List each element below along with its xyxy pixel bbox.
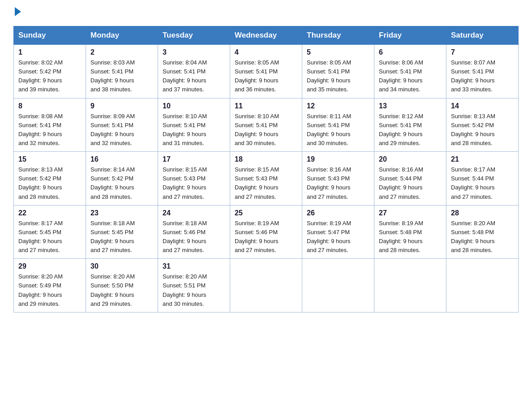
logo-arrow-icon <box>15 7 21 16</box>
calendar-cell: 5 Sunrise: 8:05 AMSunset: 5:41 PMDayligh… <box>302 45 374 98</box>
calendar-cell: 25 Sunrise: 8:19 AMSunset: 5:46 PMDaylig… <box>230 205 302 259</box>
logo <box>13 9 21 17</box>
day-number: 19 <box>307 155 369 163</box>
day-info: Sunrise: 8:19 AMSunset: 5:48 PMDaylight:… <box>379 219 442 255</box>
page-header <box>13 9 519 17</box>
calendar-week-row: 8 Sunrise: 8:08 AMSunset: 5:41 PMDayligh… <box>14 98 519 152</box>
calendar-cell: 28 Sunrise: 8:20 AMSunset: 5:48 PMDaylig… <box>446 205 519 259</box>
calendar-cell: 24 Sunrise: 8:18 AMSunset: 5:46 PMDaylig… <box>158 205 230 259</box>
day-info: Sunrise: 8:09 AMSunset: 5:41 PMDaylight:… <box>90 112 153 148</box>
day-info: Sunrise: 8:17 AMSunset: 5:45 PMDaylight:… <box>18 219 81 255</box>
calendar-cell: 6 Sunrise: 8:06 AMSunset: 5:41 PMDayligh… <box>374 45 446 98</box>
day-info: Sunrise: 8:19 AMSunset: 5:47 PMDaylight:… <box>307 219 369 255</box>
weekday-header-friday: Friday <box>374 26 446 45</box>
day-number: 21 <box>451 155 514 163</box>
day-info: Sunrise: 8:19 AMSunset: 5:46 PMDaylight:… <box>235 219 297 255</box>
day-number: 6 <box>379 48 442 56</box>
day-number: 16 <box>90 155 153 163</box>
day-info: Sunrise: 8:16 AMSunset: 5:44 PMDaylight:… <box>379 165 442 201</box>
calendar-cell: 3 Sunrise: 8:04 AMSunset: 5:41 PMDayligh… <box>158 45 230 98</box>
calendar-cell <box>302 259 374 313</box>
day-info: Sunrise: 8:07 AMSunset: 5:41 PMDaylight:… <box>451 58 514 94</box>
day-info: Sunrise: 8:03 AMSunset: 5:41 PMDaylight:… <box>90 58 153 94</box>
day-number: 31 <box>163 262 225 270</box>
weekday-header-saturday: Saturday <box>446 26 519 45</box>
day-number: 11 <box>235 102 297 110</box>
day-info: Sunrise: 8:13 AMSunset: 5:42 PMDaylight:… <box>18 165 81 201</box>
day-info: Sunrise: 8:20 AMSunset: 5:50 PMDaylight:… <box>90 272 153 308</box>
calendar-cell: 21 Sunrise: 8:17 AMSunset: 5:44 PMDaylig… <box>446 152 519 206</box>
calendar-cell: 19 Sunrise: 8:16 AMSunset: 5:43 PMDaylig… <box>302 152 374 206</box>
weekday-header-monday: Monday <box>86 26 158 45</box>
day-number: 3 <box>163 48 225 56</box>
calendar-week-row: 29 Sunrise: 8:20 AMSunset: 5:49 PMDaylig… <box>14 259 519 313</box>
calendar-cell <box>374 259 446 313</box>
calendar-cell: 27 Sunrise: 8:19 AMSunset: 5:48 PMDaylig… <box>374 205 446 259</box>
day-info: Sunrise: 8:16 AMSunset: 5:43 PMDaylight:… <box>307 165 369 201</box>
day-number: 13 <box>379 102 442 110</box>
calendar-cell: 12 Sunrise: 8:11 AMSunset: 5:41 PMDaylig… <box>302 98 374 152</box>
day-number: 24 <box>163 209 225 217</box>
calendar-cell: 29 Sunrise: 8:20 AMSunset: 5:49 PMDaylig… <box>14 259 86 313</box>
calendar-cell: 13 Sunrise: 8:12 AMSunset: 5:41 PMDaylig… <box>374 98 446 152</box>
calendar-cell: 16 Sunrise: 8:14 AMSunset: 5:42 PMDaylig… <box>86 152 158 206</box>
day-number: 17 <box>163 155 225 163</box>
calendar-cell: 11 Sunrise: 8:10 AMSunset: 5:41 PMDaylig… <box>230 98 302 152</box>
day-number: 9 <box>90 102 153 110</box>
day-info: Sunrise: 8:14 AMSunset: 5:42 PMDaylight:… <box>90 165 153 201</box>
day-number: 8 <box>18 102 81 110</box>
day-number: 25 <box>235 209 297 217</box>
weekday-header-row: SundayMondayTuesdayWednesdayThursdayFrid… <box>14 26 519 45</box>
day-info: Sunrise: 8:05 AMSunset: 5:41 PMDaylight:… <box>235 58 297 94</box>
day-info: Sunrise: 8:08 AMSunset: 5:41 PMDaylight:… <box>18 112 81 148</box>
day-info: Sunrise: 8:12 AMSunset: 5:41 PMDaylight:… <box>379 112 442 148</box>
calendar-cell: 9 Sunrise: 8:09 AMSunset: 5:41 PMDayligh… <box>86 98 158 152</box>
day-number: 2 <box>90 48 153 56</box>
day-number: 10 <box>163 102 225 110</box>
day-number: 7 <box>451 48 514 56</box>
day-info: Sunrise: 8:06 AMSunset: 5:41 PMDaylight:… <box>379 58 442 94</box>
calendar-cell: 1 Sunrise: 8:02 AMSunset: 5:42 PMDayligh… <box>14 45 86 98</box>
calendar-cell: 4 Sunrise: 8:05 AMSunset: 5:41 PMDayligh… <box>230 45 302 98</box>
calendar-cell: 23 Sunrise: 8:18 AMSunset: 5:45 PMDaylig… <box>86 205 158 259</box>
day-info: Sunrise: 8:15 AMSunset: 5:43 PMDaylight:… <box>235 165 297 201</box>
day-number: 5 <box>307 48 369 56</box>
day-info: Sunrise: 8:10 AMSunset: 5:41 PMDaylight:… <box>235 112 297 148</box>
day-number: 22 <box>18 209 81 217</box>
day-number: 28 <box>451 209 514 217</box>
day-info: Sunrise: 8:13 AMSunset: 5:42 PMDaylight:… <box>451 112 514 148</box>
calendar-cell: 10 Sunrise: 8:10 AMSunset: 5:41 PMDaylig… <box>158 98 230 152</box>
calendar-cell: 30 Sunrise: 8:20 AMSunset: 5:50 PMDaylig… <box>86 259 158 313</box>
day-info: Sunrise: 8:10 AMSunset: 5:41 PMDaylight:… <box>163 112 225 148</box>
calendar-cell: 18 Sunrise: 8:15 AMSunset: 5:43 PMDaylig… <box>230 152 302 206</box>
day-info: Sunrise: 8:11 AMSunset: 5:41 PMDaylight:… <box>307 112 369 148</box>
calendar-cell: 31 Sunrise: 8:20 AMSunset: 5:51 PMDaylig… <box>158 259 230 313</box>
day-info: Sunrise: 8:20 AMSunset: 5:51 PMDaylight:… <box>163 272 225 308</box>
calendar-cell: 15 Sunrise: 8:13 AMSunset: 5:42 PMDaylig… <box>14 152 86 206</box>
calendar-cell: 14 Sunrise: 8:13 AMSunset: 5:42 PMDaylig… <box>446 98 519 152</box>
day-number: 30 <box>90 262 153 270</box>
day-info: Sunrise: 8:02 AMSunset: 5:42 PMDaylight:… <box>18 58 81 94</box>
day-number: 1 <box>18 48 81 56</box>
day-number: 26 <box>307 209 369 217</box>
weekday-header-sunday: Sunday <box>14 26 86 45</box>
calendar-cell <box>230 259 302 313</box>
day-number: 27 <box>379 209 442 217</box>
day-number: 14 <box>451 102 514 110</box>
weekday-header-tuesday: Tuesday <box>158 26 230 45</box>
calendar-cell: 20 Sunrise: 8:16 AMSunset: 5:44 PMDaylig… <box>374 152 446 206</box>
calendar-cell: 17 Sunrise: 8:15 AMSunset: 5:43 PMDaylig… <box>158 152 230 206</box>
day-number: 18 <box>235 155 297 163</box>
day-info: Sunrise: 8:20 AMSunset: 5:48 PMDaylight:… <box>451 219 514 255</box>
day-number: 29 <box>18 262 81 270</box>
calendar-cell <box>446 259 519 313</box>
day-info: Sunrise: 8:18 AMSunset: 5:45 PMDaylight:… <box>90 219 153 255</box>
weekday-header-thursday: Thursday <box>302 26 374 45</box>
day-info: Sunrise: 8:05 AMSunset: 5:41 PMDaylight:… <box>307 58 369 94</box>
day-info: Sunrise: 8:20 AMSunset: 5:49 PMDaylight:… <box>18 272 81 308</box>
calendar-cell: 7 Sunrise: 8:07 AMSunset: 5:41 PMDayligh… <box>446 45 519 98</box>
day-number: 12 <box>307 102 369 110</box>
day-number: 15 <box>18 155 81 163</box>
day-number: 20 <box>379 155 442 163</box>
calendar-week-row: 1 Sunrise: 8:02 AMSunset: 5:42 PMDayligh… <box>14 45 519 98</box>
